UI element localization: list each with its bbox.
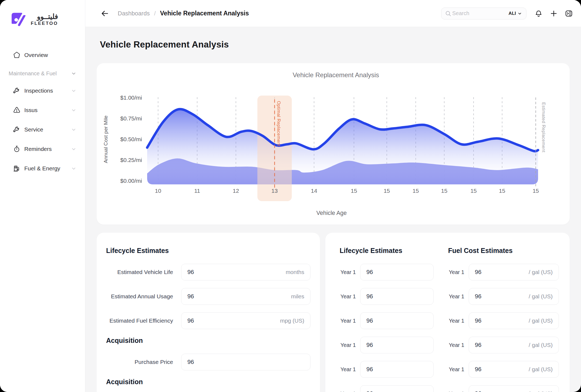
field-value: 96: [475, 366, 529, 373]
stopwatch-icon: [12, 145, 21, 153]
field-value: 96: [366, 317, 427, 324]
form-row: Estimated Fuel Efficiency96mpg (US): [106, 312, 310, 329]
value-input[interactable]: 96/ gal (US): [469, 288, 559, 305]
main-content: Vehicle Replacement Analysis Vehicle Rep…: [85, 27, 581, 392]
value-input[interactable]: 96: [360, 288, 434, 305]
sidebar-section-label: Maintenance & Fuel: [9, 70, 70, 77]
estimate-columns: Lifecycle EstimatesYear 196Year 196Year …: [340, 240, 559, 392]
svg-text:12: 12: [233, 188, 239, 194]
field-label: Year 1: [340, 269, 360, 275]
field-label: Purchase Price: [106, 359, 181, 365]
field-label: Estimated Annual Usage: [106, 293, 181, 300]
sidebar-item-label: Overview: [24, 52, 77, 58]
svg-text:15: 15: [351, 188, 357, 194]
value-input[interactable]: 96: [360, 264, 434, 281]
value-input[interactable]: 96months: [181, 264, 310, 281]
sidebar-item-issus[interactable]: Issus: [0, 102, 85, 118]
field-label: Estimated Vehicle Life: [106, 269, 181, 275]
year-row: Year 196/ gal (US): [448, 361, 559, 378]
search-input[interactable]: [452, 10, 509, 17]
field-unit: / gal (US): [529, 293, 553, 300]
svg-text:$0.25/mi: $0.25/mi: [120, 157, 142, 163]
chevron-down-icon: [70, 126, 77, 133]
value-input[interactable]: 96mpg (US): [181, 312, 310, 329]
chevron-down-icon: [70, 87, 77, 94]
field-label: Year 1: [340, 366, 360, 373]
field-unit: / gal (US): [529, 269, 553, 275]
brand-name-arabic: فليتــوو: [31, 13, 58, 20]
svg-text:15: 15: [470, 188, 477, 194]
value-input[interactable]: 96: [360, 312, 434, 329]
form-row: Estimated Vehicle Life96months: [106, 264, 310, 281]
svg-text:15: 15: [384, 188, 390, 194]
field-label: Year 1: [340, 318, 360, 324]
svg-text:15: 15: [533, 188, 539, 194]
column-title: Lifecycle Estimates: [340, 247, 434, 255]
language-selector[interactable]: ALI: [509, 11, 522, 16]
field-label: Year 1: [340, 391, 360, 392]
svg-text:14: 14: [311, 188, 317, 194]
value-input[interactable]: 96miles: [181, 288, 310, 305]
field-label: Year 1: [448, 269, 469, 275]
forms-row: Lifecycle EstimatesEstimated Vehicle Lif…: [97, 233, 570, 392]
chevron-down-icon: [70, 107, 77, 113]
sidebar-item-service[interactable]: Service: [0, 121, 85, 138]
field-value: 96: [366, 366, 427, 373]
field-unit: miles: [291, 293, 304, 300]
wrench-icon: [12, 125, 21, 134]
yearly-estimates-card: Lifecycle EstimatesYear 196Year 196Year …: [325, 233, 570, 392]
svg-text:$1.00/mi: $1.00/mi: [120, 94, 142, 101]
search-icon: [445, 10, 452, 17]
value-input[interactable]: 96/ gal (US): [469, 385, 559, 392]
svg-text:15: 15: [413, 188, 419, 194]
home-icon: [12, 51, 21, 59]
lifecycle-estimates-card: Lifecycle EstimatesEstimated Vehicle Lif…: [97, 233, 320, 392]
value-input[interactable]: 96/ gal (US): [469, 312, 559, 329]
wrench-icon: [12, 86, 21, 95]
value-input[interactable]: 96/ gal (US): [469, 337, 559, 353]
brand-logo[interactable]: فليتــوو FLEETOO: [0, 0, 85, 28]
value-input[interactable]: 96: [360, 337, 434, 353]
field-value: 96: [366, 269, 427, 276]
language-label: ALI: [509, 11, 516, 16]
sidebar-item-overview[interactable]: Overview: [0, 47, 85, 63]
field-unit: / gal (US): [529, 317, 553, 324]
value-input[interactable]: 96: [360, 385, 434, 392]
sidebar-item-fuel-energy[interactable]: Fuel & Energy: [0, 160, 85, 177]
back-button[interactable]: [99, 8, 110, 19]
search-bar[interactable]: ALI: [441, 8, 526, 19]
chevron-down-icon: [517, 11, 522, 16]
replacement-chart-svg[interactable]: Vehicle Replacement Analysis$1.00/mi$0.7…: [97, 63, 570, 225]
field-value: 96: [475, 317, 529, 324]
topbar: Dashboards / Vehicle Replacement Analysi…: [85, 0, 581, 27]
collapse-panel-button[interactable]: [563, 7, 575, 20]
page-title: Vehicle Replacement Analysis: [100, 39, 570, 50]
value-input[interactable]: 96/ gal (US): [469, 264, 559, 281]
sidebar-item-label: Service: [24, 126, 70, 133]
value-input[interactable]: 96: [181, 354, 310, 370]
notifications-button[interactable]: [532, 7, 545, 20]
sidebar-item-reminders[interactable]: Reminders: [0, 141, 85, 157]
sidebar-item-inspections[interactable]: Inspections: [0, 83, 85, 99]
form-row: Estimated Annual Usage96miles: [106, 288, 310, 305]
value-input[interactable]: 96/ gal (US): [469, 361, 559, 378]
svg-text:15: 15: [441, 188, 447, 194]
section-title: Lifecycle Estimates: [106, 247, 310, 255]
add-button[interactable]: [548, 7, 560, 20]
field-value: 96: [475, 269, 529, 276]
value-input[interactable]: 96: [360, 361, 434, 378]
breadcrumb-parent[interactable]: Dashboards: [118, 10, 150, 17]
sidebar: فليتــوو FLEETOO Overview Maintenance & …: [0, 0, 85, 392]
sidebar-item-label: Issus: [24, 107, 70, 113]
chevron-down-icon: [70, 165, 77, 172]
estimate-column: Fuel Cost EstimatesYear 196/ gal (US)Yea…: [448, 240, 559, 392]
field-value: 96: [475, 390, 529, 392]
field-label: Year 1: [448, 342, 469, 348]
field-unit: / gal (US): [529, 390, 553, 392]
form-row: Purchase Price96: [106, 354, 310, 370]
chevron-down-icon: [70, 146, 77, 152]
plus-icon: [550, 9, 558, 18]
year-row: Year 196: [340, 312, 434, 329]
sidebar-section-maintenance-fuel[interactable]: Maintenance & Fuel: [0, 67, 85, 80]
year-row: Year 196: [340, 385, 434, 392]
